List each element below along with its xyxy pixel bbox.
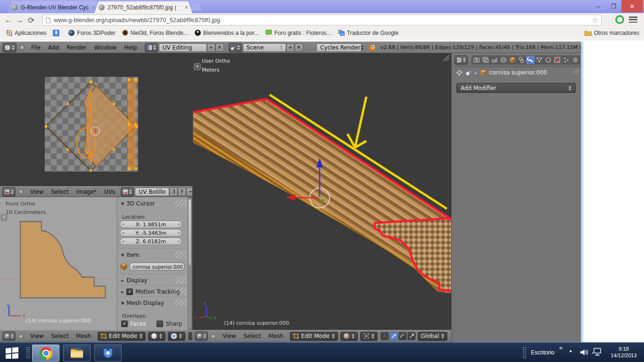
uv-menu-view[interactable]: View bbox=[26, 189, 47, 195]
screen-layout-field[interactable]: UV Editing bbox=[159, 43, 207, 52]
corner-resize-icon[interactable] bbox=[573, 67, 579, 74]
cursor-z-slider[interactable]: Z: 6.0182m bbox=[120, 238, 182, 245]
window-minimize-button[interactable]: – bbox=[591, 0, 605, 12]
uv-menu-select[interactable]: Select bbox=[47, 189, 72, 195]
tab-world[interactable] bbox=[499, 56, 508, 64]
manipulator-toggle-button[interactable] bbox=[380, 332, 389, 340]
collapse-icon[interactable]: ▼ bbox=[121, 253, 124, 257]
view-menu[interactable]: View bbox=[26, 333, 47, 339]
window-close-button[interactable]: ✕ bbox=[621, 0, 643, 12]
select-menu[interactable]: Select bbox=[239, 333, 264, 339]
address-bar[interactable]: www.g-blender.org/uploads/newbb/27970_52… bbox=[42, 15, 602, 25]
shading-select[interactable] bbox=[148, 332, 165, 341]
tray-grip[interactable] bbox=[522, 346, 527, 359]
tab-modifiers[interactable] bbox=[526, 56, 535, 64]
uv-image-users-button[interactable]: 3 bbox=[169, 188, 178, 196]
breadcrumb-object-name[interactable]: cornisa superior.000 bbox=[489, 69, 547, 76]
properties-editor-type-button[interactable] bbox=[454, 55, 468, 65]
network-icon[interactable] bbox=[592, 348, 603, 356]
collapse-icon[interactable]: ► bbox=[121, 290, 124, 294]
motion-tracking-checkbox[interactable]: ✓ bbox=[126, 288, 133, 295]
browser-tab-gblender[interactable]: G-Blender-UV Blender Cyc × bbox=[8, 1, 100, 13]
taskbar-malwarebytes-button[interactable] bbox=[94, 345, 122, 362]
view-menu[interactable]: View bbox=[219, 333, 239, 339]
reload-icon[interactable]: ⟳ bbox=[25, 16, 37, 25]
bookmark-google8[interactable]: 8 bbox=[53, 30, 62, 36]
shading-select[interactable] bbox=[340, 332, 358, 341]
menu-collapse-icon[interactable] bbox=[18, 334, 24, 339]
url-text[interactable]: www.g-blender.org/uploads/newbb/27970_52… bbox=[54, 16, 592, 24]
uv-menu-collapse-icon[interactable] bbox=[18, 189, 24, 194]
bookmark-foros3dpoder[interactable]: Foros 3DPoder bbox=[68, 30, 115, 36]
screen-layout-icon-button[interactable] bbox=[145, 43, 158, 52]
bookmark-aplicaciones[interactable]: Aplicaciones bbox=[7, 30, 46, 36]
orientation-select[interactable]: Global bbox=[418, 332, 447, 341]
window-restore-button[interactable]: ❐ bbox=[606, 0, 620, 12]
view3d-editor-type-button[interactable] bbox=[195, 331, 208, 341]
slider-left-icon[interactable]: ◂ bbox=[122, 239, 124, 243]
uv-image-icon-button[interactable] bbox=[121, 187, 134, 197]
scale-manipulator-button[interactable] bbox=[407, 332, 416, 340]
collapse-icon[interactable]: ► bbox=[121, 279, 124, 283]
panel-drag-hatch-icon[interactable] bbox=[174, 299, 187, 306]
scene-add-button[interactable]: + bbox=[286, 43, 295, 52]
panel-drag-hatch-icon[interactable] bbox=[174, 288, 187, 295]
tray-clock[interactable]: 9:18 14/12/2013 bbox=[607, 346, 640, 359]
slider-right-icon[interactable]: ▸ bbox=[178, 222, 180, 226]
add-modifier-button[interactable]: Add Modifier bbox=[456, 83, 576, 93]
cursor-y-slider[interactable]: Y: -5.3463m bbox=[120, 229, 182, 237]
slider-right-icon[interactable]: ▸ bbox=[178, 239, 180, 243]
tab-close-icon[interactable]: × bbox=[184, 4, 188, 11]
start-button[interactable] bbox=[6, 346, 18, 359]
tab-physics[interactable] bbox=[571, 56, 579, 64]
panel-item[interactable]: ▼ Item bbox=[121, 252, 139, 258]
desktop-label[interactable]: Escritorio bbox=[531, 349, 554, 356]
rotate-manipulator-button[interactable] bbox=[398, 332, 407, 340]
render-engine-select[interactable]: Cycles Render bbox=[316, 43, 362, 52]
menu-render[interactable]: Render bbox=[63, 44, 91, 51]
tab-particles[interactable] bbox=[562, 56, 570, 64]
panel-mesh-display[interactable]: ▼ Mesh Display bbox=[121, 300, 164, 306]
layout-delete-button[interactable]: ✕ bbox=[215, 43, 224, 52]
scene-field[interactable]: Scene3 bbox=[243, 43, 286, 52]
bookmark-traductor[interactable]: a Traductor de Google bbox=[338, 30, 399, 36]
slider-left-icon[interactable]: ◂ bbox=[122, 230, 124, 235]
bookmark-niel3d[interactable]: Niel3d, Foros Blende... bbox=[122, 30, 188, 36]
pivot-select[interactable] bbox=[168, 332, 185, 341]
select-menu[interactable]: Select bbox=[47, 333, 72, 339]
tab-render-layers[interactable] bbox=[481, 56, 490, 64]
volume-icon[interactable] bbox=[580, 348, 588, 356]
forward-icon[interactable]: → bbox=[14, 16, 25, 25]
uv-menu-uvs[interactable]: UVs bbox=[100, 189, 119, 195]
menu-collapse-icon[interactable] bbox=[19, 45, 25, 50]
extension-icon[interactable] bbox=[615, 15, 624, 24]
tab-object[interactable] bbox=[508, 56, 517, 64]
bookmark-star-icon[interactable]: ☆ bbox=[592, 16, 598, 25]
uv-image-name-field[interactable]: UV Bolillo bbox=[135, 188, 169, 196]
menu-window[interactable]: Window bbox=[91, 44, 120, 51]
slider-right-icon[interactable]: ▸ bbox=[178, 230, 180, 235]
collapse-icon[interactable]: ▼ bbox=[121, 301, 124, 305]
object-data-icon[interactable] bbox=[465, 70, 472, 76]
n-panel-scrollbar[interactable] bbox=[188, 198, 191, 329]
uv-editor-type-button[interactable] bbox=[2, 187, 16, 197]
panel-drag-hatch-icon[interactable] bbox=[174, 251, 187, 258]
uv-menu-image[interactable]: Image* bbox=[73, 189, 101, 195]
chrome-menu-icon[interactable] bbox=[629, 16, 637, 23]
collapse-icon[interactable]: ▼ bbox=[121, 202, 124, 206]
pivot-select[interactable] bbox=[360, 332, 378, 341]
panel-drag-hatch-icon[interactable] bbox=[174, 200, 187, 206]
tab-render[interactable] bbox=[472, 56, 481, 64]
tray-expand-icon[interactable]: ▲ bbox=[569, 348, 573, 353]
mode-select[interactable]: Edit Mode bbox=[290, 332, 338, 341]
scrollbar-thumb[interactable] bbox=[189, 199, 191, 265]
uv-image-fake-user-button[interactable]: F bbox=[178, 188, 186, 196]
browser-tab-image[interactable]: 27970_52ab8f9c875f0.jpg ( × bbox=[94, 1, 192, 13]
menu-add[interactable]: Add bbox=[44, 44, 63, 51]
manipulator-toggle-button[interactable] bbox=[188, 332, 192, 340]
panel-motion-tracking[interactable]: ► ✓ Motion Tracking bbox=[121, 288, 180, 295]
tab-close-icon[interactable]: × bbox=[92, 4, 96, 11]
menu-collapse-icon[interactable] bbox=[211, 334, 216, 339]
panel-3d-cursor[interactable]: ▼ 3D Cursor bbox=[121, 200, 155, 207]
layout-add-button[interactable]: + bbox=[207, 43, 215, 52]
